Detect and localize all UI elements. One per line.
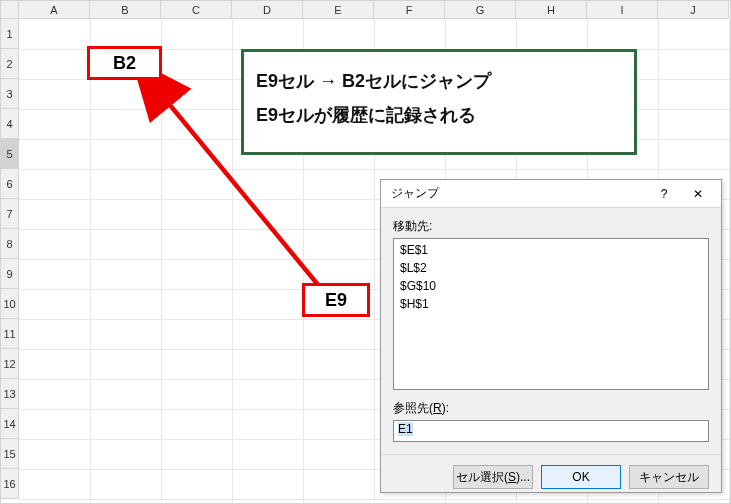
history-item[interactable]: $E$1 [398, 241, 704, 259]
row-header-9[interactable]: 9 [1, 259, 19, 289]
ref-label-post: ): [442, 401, 449, 415]
row-header-6[interactable]: 6 [1, 169, 19, 199]
close-button[interactable]: ✕ [681, 182, 715, 206]
cell-select-key: S [508, 470, 516, 484]
row-header-4[interactable]: 4 [1, 109, 19, 139]
help-button[interactable]: ? [647, 182, 681, 206]
ref-label-key: R [433, 401, 442, 415]
row-header-10[interactable]: 10 [1, 289, 19, 319]
col-header-B[interactable]: B [90, 1, 161, 19]
col-header-C[interactable]: C [161, 1, 232, 19]
cancel-button[interactable]: キャンセル [629, 465, 709, 489]
column-headers: ABCDEFGHIJ [19, 1, 729, 19]
row-header-2[interactable]: 2 [1, 49, 19, 79]
goto-dialog: ジャンプ ? ✕ 移動先: $E$1$L$2$G$10$H$1 参照先(R): … [380, 179, 722, 493]
row-header-13[interactable]: 13 [1, 379, 19, 409]
cell-select-pre: セル選択( [456, 470, 508, 484]
col-header-G[interactable]: G [445, 1, 516, 19]
cell-select-post: )... [516, 470, 530, 484]
row-header-5[interactable]: 5 [1, 139, 19, 169]
reference-input[interactable]: E1 [393, 420, 709, 442]
cell-select-button[interactable]: セル選択(S)... [453, 465, 533, 489]
col-header-I[interactable]: I [587, 1, 658, 19]
explain-line1: E9セル → B2セルにジャンプ [256, 64, 622, 98]
cell-B2-highlight: B2 [87, 46, 162, 80]
col-header-F[interactable]: F [374, 1, 445, 19]
row-header-11[interactable]: 11 [1, 319, 19, 349]
row-headers: 12345678910111213141516 [1, 19, 19, 499]
row-header-7[interactable]: 7 [1, 199, 19, 229]
col-header-E[interactable]: E [303, 1, 374, 19]
dialog-title: ジャンプ [391, 185, 647, 202]
cell-E9-highlight: E9 [302, 283, 370, 317]
col-header-A[interactable]: A [19, 1, 90, 19]
ref-label-pre: 参照先( [393, 401, 433, 415]
explain-line2: E9セルが履歴に記録される [256, 98, 622, 132]
select-all-corner[interactable] [1, 1, 19, 19]
move-to-label: 移動先: [393, 218, 709, 235]
row-header-8[interactable]: 8 [1, 229, 19, 259]
row-header-16[interactable]: 16 [1, 469, 19, 499]
col-header-D[interactable]: D [232, 1, 303, 19]
reference-label: 参照先(R): [393, 400, 709, 417]
row-header-1[interactable]: 1 [1, 19, 19, 49]
history-item[interactable]: $G$10 [398, 277, 704, 295]
reference-value: E1 [398, 422, 413, 436]
history-item[interactable]: $L$2 [398, 259, 704, 277]
dialog-titlebar[interactable]: ジャンプ ? ✕ [381, 180, 721, 208]
move-to-listbox[interactable]: $E$1$L$2$G$10$H$1 [393, 238, 709, 390]
row-header-12[interactable]: 12 [1, 349, 19, 379]
explanation-box: E9セル → B2セルにジャンプ E9セルが履歴に記録される [241, 49, 637, 155]
history-item[interactable]: $H$1 [398, 295, 704, 313]
ok-button[interactable]: OK [541, 465, 621, 489]
row-header-15[interactable]: 15 [1, 439, 19, 469]
col-header-H[interactable]: H [516, 1, 587, 19]
row-header-14[interactable]: 14 [1, 409, 19, 439]
row-header-3[interactable]: 3 [1, 79, 19, 109]
col-header-J[interactable]: J [658, 1, 729, 19]
